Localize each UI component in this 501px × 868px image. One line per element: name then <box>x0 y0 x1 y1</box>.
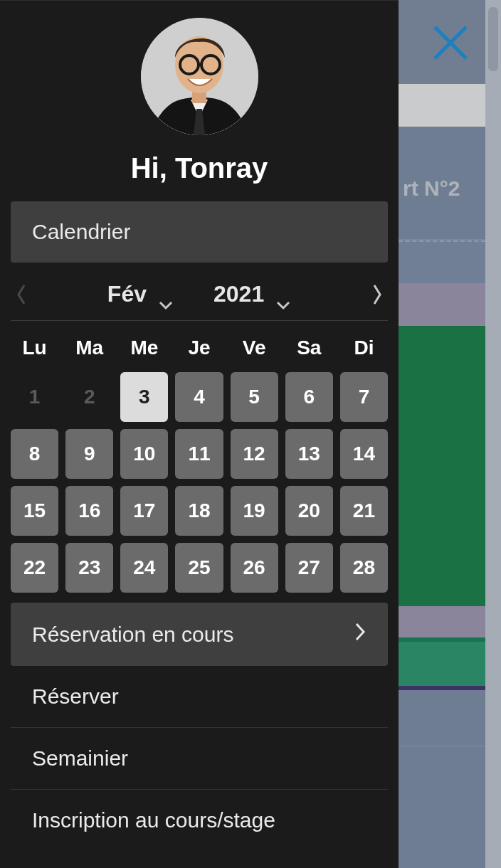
calendar-day[interactable]: 11 <box>175 429 223 479</box>
calendar-day[interactable]: 9 <box>65 429 113 479</box>
prev-month-button[interactable] <box>0 282 43 307</box>
calendar-day[interactable]: 26 <box>231 543 278 593</box>
calendar-day[interactable]: 21 <box>340 486 388 536</box>
greeting-text: Hi, Tonray <box>0 152 399 184</box>
schedule-header-text: rt N°2 <box>403 176 460 201</box>
calendar-day[interactable]: 22 <box>11 543 58 593</box>
weekday-head: Me <box>120 331 168 372</box>
close-button[interactable] <box>411 9 490 80</box>
menu-label: Inscription au cours/stage <box>32 808 275 832</box>
menu-label: Réservation en cours <box>32 623 233 647</box>
calendar-day[interactable]: 10 <box>120 429 168 479</box>
calendar-day[interactable]: 25 <box>175 543 223 593</box>
calendar-day[interactable]: 6 <box>285 372 333 422</box>
calendar-day[interactable]: 12 <box>231 429 278 479</box>
calendar-day[interactable]: 20 <box>285 486 333 536</box>
scrollbar-thumb[interactable] <box>488 7 498 71</box>
calendar-day[interactable]: 4 <box>175 372 223 422</box>
calendar-day[interactable]: 17 <box>120 486 168 536</box>
calendar-day[interactable]: 8 <box>11 429 58 479</box>
background-schedule: rt N°2 <box>399 0 501 868</box>
calendar-weekday-row: Lu Ma Me Je Ve Sa Di <box>11 331 388 372</box>
month-label: Fév <box>107 281 147 307</box>
calendar-day[interactable]: 14 <box>340 429 388 479</box>
calendar-day-prev: 2 <box>65 372 113 422</box>
menu-weekly[interactable]: Semainier <box>11 728 388 789</box>
weekday-head: Ve <box>231 331 278 372</box>
calendar-day[interactable]: 7 <box>340 372 388 422</box>
calendar-grid: 1234567891011121314151617181920212223242… <box>11 372 388 593</box>
next-month-button[interactable] <box>356 282 399 307</box>
weekday-head: Ma <box>65 331 113 372</box>
section-calendar-label: Calendrier <box>11 201 388 263</box>
calendar-day[interactable]: 5 <box>231 372 278 422</box>
calendar-day[interactable]: 23 <box>65 543 113 593</box>
calendar-day[interactable]: 18 <box>175 486 223 536</box>
menu-reservation-active[interactable]: Réservation en cours <box>11 603 388 666</box>
calendar-day[interactable]: 28 <box>340 543 388 593</box>
weekday-head: Di <box>340 331 388 372</box>
month-nav: Fév 2021 <box>0 275 399 313</box>
calendar-day[interactable]: 15 <box>11 486 58 536</box>
calendar-day[interactable]: 13 <box>285 429 333 479</box>
weekday-head: Lu <box>11 331 58 372</box>
calendar-day[interactable]: 24 <box>120 543 168 593</box>
calendar-day[interactable]: 19 <box>231 486 278 536</box>
menu-inscription[interactable]: Inscription au cours/stage <box>11 790 388 851</box>
close-icon <box>431 23 470 65</box>
calendar-day-selected[interactable]: 3 <box>120 372 168 422</box>
chevron-down-icon <box>158 290 174 300</box>
chevron-down-icon <box>275 290 291 300</box>
calendar-day-prev: 1 <box>11 372 58 422</box>
calendar-day[interactable]: 27 <box>285 543 333 593</box>
menu-reserve[interactable]: Réserver <box>11 666 388 727</box>
month-select[interactable]: Fév <box>100 281 181 307</box>
avatar <box>141 18 258 135</box>
year-select[interactable]: 2021 <box>206 281 298 307</box>
sidebar-panel: Hi, Tonray Calendrier Fév 2021 <box>0 0 399 868</box>
chevron-right-icon <box>354 621 366 647</box>
calendar-day[interactable]: 16 <box>65 486 113 536</box>
menu-label: Réserver <box>32 684 119 709</box>
menu-label: Semainier <box>32 746 128 771</box>
calendar: Lu Ma Me Je Ve Sa Di 1234567891011121314… <box>0 321 399 593</box>
scrollbar[interactable] <box>485 0 501 868</box>
weekday-head: Je <box>175 331 223 372</box>
weekday-head: Sa <box>285 331 333 372</box>
year-label: 2021 <box>213 281 264 307</box>
schedule-header-fragment: rt N°2 <box>399 127 485 240</box>
